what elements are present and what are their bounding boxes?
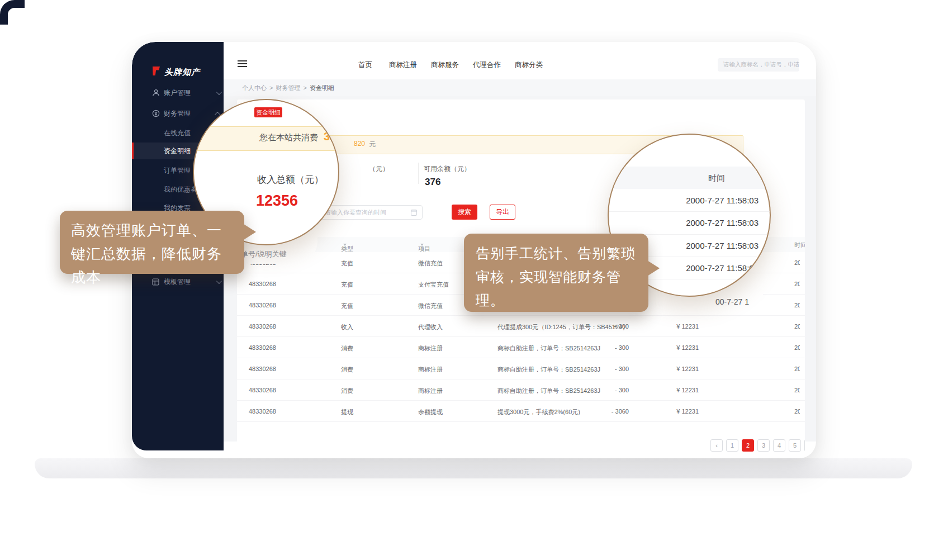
cell-order: 48330268 [249, 344, 276, 351]
breadcrumb-separator: > [269, 84, 273, 91]
magnified-tab-fund-detail: 资金明细 [254, 107, 282, 117]
cell-order: 48330268 [249, 408, 276, 415]
magnified-time-value: 2000-7-27 11:58:03 [609, 196, 759, 205]
table-row[interactable]: 48330268 提现 余额提现 提现3000元，手续费2%(60元) - 30… [237, 401, 805, 422]
cell-project: 商标注册 [418, 366, 443, 374]
nav-item-home[interactable]: 首页 [358, 60, 372, 70]
cell-project: 微信充值 [418, 259, 443, 268]
stat-partial-label: （元） [369, 164, 389, 174]
cell-order: 48330268 [249, 302, 276, 309]
top-navigation: 首页 商标注册 商标服务 代理合作 商标分类 请输入商标名，申请号，申请人 [224, 42, 816, 79]
cell-time: 2000-7-27 11:58:03 [794, 302, 800, 309]
page-button[interactable]: 1 [726, 439, 738, 452]
sidebar-item-account[interactable]: 账户管理 [132, 84, 224, 101]
cell-type: 充值 [341, 259, 353, 268]
cell-amount: - 300 [561, 344, 629, 351]
cell-time: 2000-7-27 11:58:03 [794, 408, 800, 415]
cell-order: 48330268 [249, 323, 276, 330]
cell-type: 充值 [341, 302, 353, 310]
corner-decoration [0, 0, 25, 25]
callout-arrow-icon [244, 224, 256, 240]
export-button[interactable]: 导出 [490, 205, 515, 220]
time-query-input[interactable]: 请输入你要查询的时间 [319, 205, 423, 220]
magnified-income-value: 12356 [256, 192, 298, 210]
time-query-placeholder: 请输入你要查询的时间 [325, 208, 386, 217]
cell-time: 2000-7-27 11:58:03 [794, 281, 800, 287]
calendar-icon[interactable] [411, 210, 417, 216]
cell-balance: ¥ 12231 [628, 387, 699, 393]
table-row[interactable]: 48330268 收入 代理收入 代理提成300元（ID:1245，订单号：SB… [237, 316, 805, 337]
cell-order: 48330268 [249, 366, 276, 372]
sidebar-item-label: 资金明细 [164, 146, 191, 156]
consume-amount-partial: 820 [354, 140, 365, 148]
search-input[interactable]: 请输入商标名，申请号，申请人 [718, 58, 799, 72]
page-button[interactable]: 4 [773, 439, 785, 452]
header-project[interactable]: 项目 [418, 241, 424, 248]
cell-time: 2000-7-27 11:58:03 [794, 344, 800, 351]
nav-item-trademark-service[interactable]: 商标服务 [431, 60, 459, 70]
menu-icon[interactable] [238, 60, 247, 68]
cell-amount: + 300 [561, 323, 629, 330]
magnified-time-fragment: 00-7-27 1 [715, 297, 749, 306]
sidebar-item-finance[interactable]: 财务管理 [132, 105, 224, 122]
magnified-time-header: 时间 [609, 167, 771, 189]
table-row[interactable]: 48330268 消费 商标注册 商标自助注册，订单号：SB2514263J -… [237, 379, 805, 401]
cell-project: 微信充值 [418, 302, 443, 310]
magnified-banner-text: 您在本站共消费 [259, 132, 318, 143]
breadcrumb: 个人中心 > 财务管理 > 资金明细 [224, 79, 816, 96]
page-prev-button[interactable]: ‹ [710, 439, 723, 452]
callout-right: 告别手工统计、告别繁琐审核，实现智能财务管理。 [464, 234, 648, 312]
callout-left: 高效管理账户订单、一键汇总数据，降低财务成本 [60, 211, 244, 274]
cell-time: 2000-7-27 11:58:03 [794, 259, 800, 266]
nav-item-trademark-register[interactable]: 商标注册 [389, 60, 417, 70]
breadcrumb-item[interactable]: 财务管理 [276, 84, 300, 92]
cell-type: 消费 [341, 366, 353, 374]
breadcrumb-separator: > [303, 84, 306, 91]
brand-logo-icon [151, 66, 161, 78]
available-balance-value: 376 [425, 177, 440, 188]
page-button[interactable]: 3 [757, 439, 770, 452]
page-next-button[interactable] [804, 439, 805, 452]
laptop-base [35, 458, 912, 478]
table-row[interactable]: 48330268 消费 商标注册 商标自助注册，订单号：SB2514263J -… [237, 337, 805, 358]
cell-amount: - 3060 [561, 408, 629, 415]
cell-order: 48330268 [249, 387, 276, 393]
page-button[interactable]: 5 [789, 439, 801, 452]
magnified-time-value: 2000-7-27 11:58:03 [609, 218, 759, 227]
row-divider [609, 211, 771, 212]
cell-type: 消费 [341, 344, 353, 353]
finance-icon [152, 110, 160, 117]
sidebar-item-label: 财务管理 [164, 109, 191, 118]
page-button-active[interactable]: 2 [742, 439, 754, 452]
marketing-canvas: 头牌知产 账户管理 财务管理 在线充值 资金明细 [0, 0, 948, 560]
callout-right-text: 告别手工统计、告别繁琐审核，实现智能财务管理。 [476, 245, 636, 308]
nav-item-agent-cooperation[interactable]: 代理合作 [473, 60, 501, 70]
search-button[interactable]: 搜索 [452, 205, 477, 220]
user-icon [152, 89, 160, 97]
cell-balance: ¥ 12231 [628, 408, 699, 415]
cell-project: 商标注册 [418, 387, 443, 395]
sidebar-item-label: 模板管理 [164, 277, 191, 287]
header-time: 时间 [794, 241, 805, 249]
sidebar-item-template[interactable]: 模板管理 [132, 273, 224, 290]
pagination: ‹ 1 2 3 4 5 [710, 439, 805, 452]
breadcrumb-current: 资金明细 [310, 84, 334, 92]
magnified-time-header-label: 时间 [708, 173, 725, 184]
sidebar-item-label: 在线充值 [164, 129, 191, 138]
breadcrumb-item[interactable]: 个人中心 [242, 84, 267, 92]
magnified-income-label: 收入总额（元） [257, 173, 324, 186]
table-row[interactable]: 48330268 消费 商标注册 商标自助注册，订单号：SB2514263J -… [237, 358, 805, 379]
cell-time: 2000-7-27 11:58:03 [794, 387, 800, 393]
cell-amount: - 300 [561, 366, 629, 372]
chevron-down-icon [216, 278, 222, 284]
chevron-down-icon [216, 89, 222, 95]
nav-item-trademark-category[interactable]: 商标分类 [515, 60, 543, 70]
cell-balance: ¥ 12231 [628, 323, 699, 330]
cell-balance: ¥ 12231 [628, 344, 699, 351]
brand-name: 头牌知产 [164, 67, 200, 78]
cell-project: 余额提现 [418, 408, 443, 416]
sidebar-item-label: 订单管理 [164, 166, 191, 175]
cell-amount: - 300 [561, 387, 629, 393]
header-type[interactable]: 类型 [341, 241, 347, 248]
cell-type: 提现 [341, 408, 353, 416]
